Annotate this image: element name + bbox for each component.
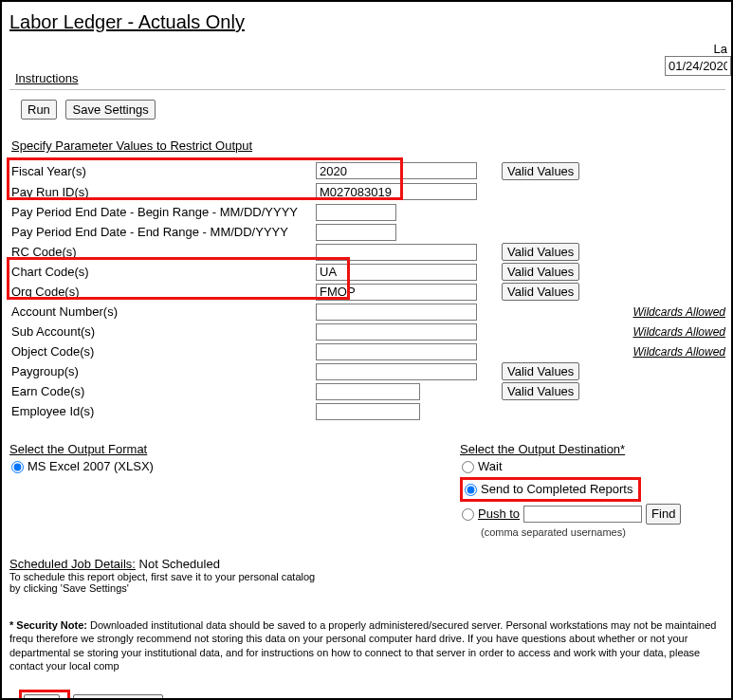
scheduled-line2: by clicking 'Save Settings' bbox=[9, 582, 725, 594]
highlight-run-bottom: Run bbox=[19, 690, 70, 700]
push-to-hint: (comma separated usernames) bbox=[481, 526, 725, 538]
pp-end-input[interactable] bbox=[316, 224, 396, 241]
account-number-wildcards[interactable]: Wildcards Allowed bbox=[633, 305, 725, 319]
org-code-input[interactable] bbox=[316, 284, 477, 301]
scheduled-status: Not Scheduled bbox=[139, 557, 220, 571]
paygroup-label: Paygroup(s) bbox=[11, 364, 316, 378]
instructions-link[interactable]: Instructions bbox=[15, 71, 725, 85]
output-format-xlsx-label: MS Excel 2007 (XLSX) bbox=[27, 458, 154, 475]
scheduled-title: Scheduled Job Details: bbox=[9, 557, 136, 571]
pay-run-id-label: Pay Run ID(s) bbox=[11, 185, 316, 199]
earn-code-valid-values[interactable]: Valid Values bbox=[502, 382, 579, 400]
sub-account-input[interactable] bbox=[316, 323, 477, 341]
dest-wait-label: Wait bbox=[478, 458, 503, 475]
earn-code-input[interactable] bbox=[316, 383, 420, 400]
employee-id-input[interactable] bbox=[316, 403, 420, 420]
rc-code-input[interactable] bbox=[316, 244, 477, 261]
output-dest-title: Select the Output Destination* bbox=[460, 442, 725, 456]
divider bbox=[9, 89, 725, 90]
dest-wait-radio[interactable] bbox=[462, 461, 474, 473]
pp-begin-label: Pay Period End Date - Begin Range - MM/D… bbox=[11, 205, 316, 219]
output-format-title: Select the Output Format bbox=[9, 442, 460, 456]
fiscal-year-label: Fiscal Year(s) bbox=[11, 164, 316, 178]
paygroup-input[interactable] bbox=[316, 363, 477, 380]
fiscal-year-input[interactable] bbox=[316, 162, 477, 179]
rc-code-label: RC Code(s) bbox=[11, 245, 316, 259]
pp-end-label: Pay Period End Date - End Range - MM/DD/… bbox=[11, 225, 316, 239]
output-format-xlsx-radio[interactable] bbox=[11, 461, 24, 473]
pp-begin-input[interactable] bbox=[316, 204, 396, 221]
run-button[interactable]: Run bbox=[21, 100, 57, 120]
object-code-label: Object Code(s) bbox=[11, 344, 316, 359]
paygroup-valid-values[interactable]: Valid Values bbox=[502, 362, 579, 380]
pay-run-id-input[interactable] bbox=[316, 183, 477, 200]
object-code-wildcards[interactable]: Wildcards Allowed bbox=[633, 345, 725, 359]
chart-code-label: Chart Code(s) bbox=[11, 265, 316, 279]
object-code-input[interactable] bbox=[316, 343, 477, 360]
security-note: * Security Note: Downloaded institutiona… bbox=[9, 618, 725, 672]
org-code-label: Org Code(s) bbox=[11, 285, 316, 299]
dest-push-radio[interactable] bbox=[462, 508, 474, 521]
top-right-date-input[interactable] bbox=[665, 56, 731, 76]
run-button-bottom[interactable]: Run bbox=[24, 694, 60, 700]
chart-code-valid-values[interactable]: Valid Values bbox=[502, 263, 579, 281]
params-title: Specify Parameter Values to Restrict Out… bbox=[11, 138, 725, 153]
save-settings-button[interactable]: Save Settings bbox=[65, 100, 155, 120]
sub-account-wildcards[interactable]: Wildcards Allowed bbox=[633, 325, 725, 339]
dest-completed-label: Send to Completed Reports bbox=[481, 481, 632, 498]
dest-completed-radio[interactable] bbox=[465, 484, 477, 496]
highlight-dest-completed: Send to Completed Reports bbox=[460, 477, 641, 502]
scheduled-line1: To schedule this report object, first sa… bbox=[9, 571, 725, 582]
security-note-body: Downloaded institutional data should be … bbox=[9, 619, 716, 672]
earn-code-label: Earn Code(s) bbox=[11, 384, 316, 398]
fiscal-year-valid-values[interactable]: Valid Values bbox=[502, 162, 579, 180]
rc-code-valid-values[interactable]: Valid Values bbox=[502, 243, 579, 261]
sub-account-label: Sub Account(s) bbox=[11, 324, 316, 339]
org-code-valid-values[interactable]: Valid Values bbox=[502, 283, 579, 301]
dest-push-label: Push to bbox=[478, 506, 520, 523]
top-right-date-block: La bbox=[665, 42, 731, 76]
save-settings-button-bottom[interactable]: Save Settings bbox=[73, 694, 162, 700]
chart-code-input[interactable] bbox=[316, 264, 477, 281]
find-button[interactable]: Find bbox=[646, 504, 681, 525]
employee-id-label: Employee Id(s) bbox=[11, 404, 316, 418]
page-title: Labor Ledger - Actuals Only bbox=[9, 11, 725, 33]
account-number-label: Account Number(s) bbox=[11, 304, 316, 319]
params-block: Fiscal Year(s) Valid Values Pay Run ID(s… bbox=[9, 160, 725, 421]
push-to-input[interactable] bbox=[523, 506, 642, 523]
account-number-input[interactable] bbox=[316, 304, 477, 321]
top-right-label: La bbox=[665, 42, 731, 56]
security-note-prefix: * Security Note: bbox=[9, 619, 87, 631]
